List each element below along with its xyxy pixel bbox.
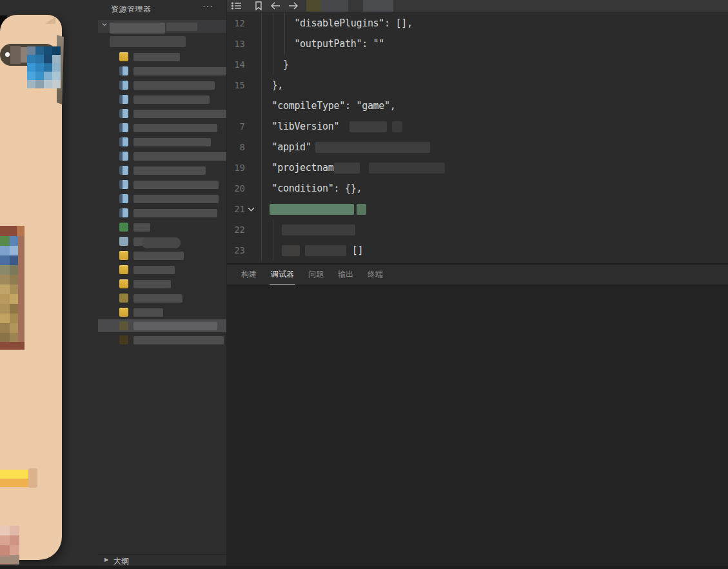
tree-item[interactable] (98, 334, 226, 346)
outline-section-header[interactable]: ▶ 大纲 (98, 554, 226, 566)
panel-tab-item[interactable]: 输出 (337, 265, 355, 285)
redacted-filename (166, 23, 197, 31)
line-number: 15 (227, 75, 245, 95)
code-text: "appid" (261, 137, 430, 157)
redacted-filename (133, 53, 180, 61)
redacted-filename (133, 110, 227, 118)
code-line: 13 "outputPath": "" (227, 34, 728, 54)
redacted-filename (133, 81, 215, 90)
arrow-right-icon[interactable] (288, 1, 299, 11)
debugger-console[interactable] (227, 284, 728, 567)
window-bottom-edge (0, 566, 728, 569)
panel-tab-bar: 构建调试器问题输出终端 (227, 265, 728, 284)
explorer-sidebar: 资源管理器 ··· ▶ 大纲 (98, 0, 227, 566)
file-icon (119, 152, 128, 161)
sidebar-header: 资源管理器 ··· (98, 0, 226, 17)
tree-item[interactable] (98, 164, 226, 177)
code-line: 12 "disablePlugins": [], (227, 13, 728, 34)
file-icon (119, 81, 128, 90)
code-line: 22 (227, 219, 728, 240)
file-icon (119, 137, 128, 146)
folder-icon (119, 251, 128, 260)
code-line: 21 (227, 199, 728, 219)
tree-item[interactable] (98, 121, 226, 134)
chevron-down-icon[interactable] (101, 21, 108, 28)
code-line: 14 } (227, 54, 728, 75)
tree-item[interactable] (98, 306, 226, 319)
tree-item[interactable] (98, 65, 226, 77)
tree-item[interactable] (98, 20, 226, 33)
code-text: "outputPath": "" (261, 34, 384, 54)
tree-item[interactable] (98, 277, 226, 290)
code-line: 7 "libVersion" (227, 116, 728, 137)
tree-item-selected[interactable] (98, 319, 226, 332)
redacted-blue-mosaic (27, 46, 61, 88)
tree-item[interactable] (98, 93, 226, 106)
tree-item[interactable] (98, 192, 226, 205)
tree-item[interactable] (98, 107, 226, 120)
tree-item[interactable] (98, 178, 226, 191)
tree-item[interactable] (98, 249, 226, 262)
code-text (261, 199, 366, 219)
bookmark-icon[interactable] (253, 1, 264, 11)
code-line: 19 "projectnam (227, 157, 728, 178)
code-editor[interactable]: 12 "disablePlugins": [],13 "outputPath":… (227, 12, 728, 263)
code-line: "compileType": "game", (227, 95, 728, 116)
list-icon[interactable] (231, 1, 242, 11)
fold-chevron-icon[interactable] (247, 205, 255, 214)
redacted-filename (133, 209, 217, 217)
tree-item[interactable] (98, 235, 226, 248)
redacted-editor-tab[interactable] (363, 0, 393, 12)
file-icon (119, 66, 128, 75)
tree-item[interactable] (98, 206, 226, 219)
panel-tab-item[interactable]: 终端 (366, 265, 384, 285)
code-line: 8 "appid" (227, 137, 728, 157)
bottom-panel: 构建调试器问题输出终端 (227, 263, 728, 566)
code-text (261, 219, 355, 240)
line-number: 13 (227, 34, 245, 54)
redacted-filename (133, 181, 219, 189)
tree-item[interactable] (98, 50, 226, 63)
folder-icon (119, 321, 128, 330)
tree-item[interactable] (98, 79, 226, 92)
more-options-button[interactable]: ··· (202, 1, 213, 11)
file-icon (119, 123, 128, 132)
picture-frame-bottom (0, 342, 25, 350)
line-number (227, 95, 245, 116)
pink-blob-base (0, 557, 19, 563)
tree-item[interactable] (98, 292, 226, 304)
file-icon (119, 194, 128, 203)
yellow-pencil-shape (0, 468, 37, 488)
line-number: 7 (227, 116, 245, 137)
tree-item[interactable] (98, 34, 226, 46)
redacted-filename (133, 308, 163, 317)
arrow-left-icon[interactable] (270, 1, 281, 11)
tree-item[interactable] (98, 135, 226, 148)
redacted-code (392, 121, 402, 132)
panel-tab-item[interactable]: 问题 (307, 265, 325, 285)
redacted-filename (133, 138, 211, 146)
file-icon (119, 208, 128, 217)
redacted-code (349, 121, 387, 132)
line-number: 23 (227, 240, 245, 261)
game-preview-panel[interactable] (0, 0, 98, 566)
redacted-editor-tab[interactable] (321, 0, 348, 12)
redacted-code (334, 163, 360, 174)
redacted-filename (133, 266, 175, 274)
tree-item[interactable] (98, 150, 226, 163)
panel-tab-item[interactable]: 构建 (240, 265, 258, 285)
redacted-editor-tab[interactable] (306, 0, 321, 12)
picture-frame-top (0, 226, 25, 236)
file-icon (119, 95, 128, 104)
code-text: [] (261, 240, 363, 261)
line-number: 14 (227, 54, 245, 75)
folder-icon (119, 265, 128, 274)
tree-item[interactable] (98, 263, 226, 276)
picture-frame-right (18, 236, 25, 342)
code-line: 15 }, (227, 75, 728, 95)
redacted-filename (133, 152, 227, 161)
panel-tab-active[interactable]: 调试器 (270, 265, 295, 285)
ide-window: 资源管理器 ··· ▶ 大纲 (0, 0, 728, 569)
redacted-code (315, 142, 430, 153)
tree-item[interactable] (98, 221, 226, 234)
